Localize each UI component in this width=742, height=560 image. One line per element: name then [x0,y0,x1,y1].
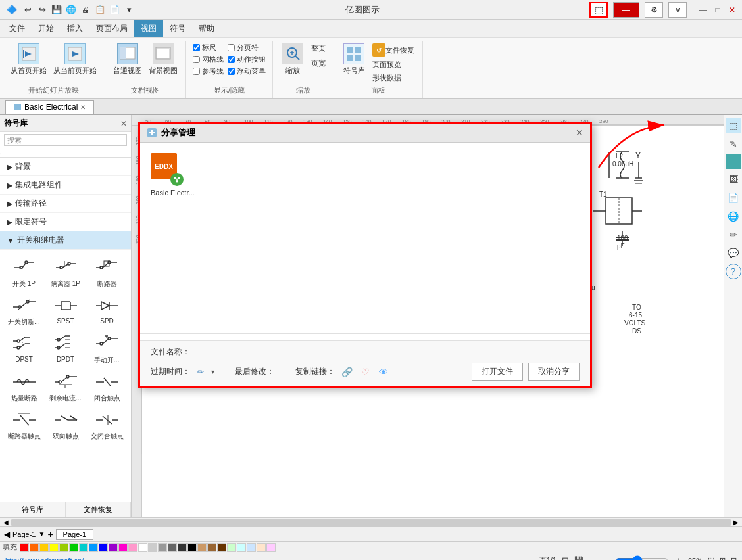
fit-icon[interactable]: ⊡ [562,555,569,560]
globe-icon[interactable]: 🌐 [64,3,78,16]
color-purple[interactable] [109,543,118,552]
page-dropdown[interactable]: ▼ [38,530,45,538]
color-black[interactable] [187,543,197,552]
symbol-isolator1p[interactable]: 隔离器 1P [45,254,86,291]
view-grid-icon[interactable]: ⊞ [720,556,726,560]
scroll-right-btn[interactable]: ▶ [731,519,741,526]
right-btn-1[interactable]: ⬚ [726,118,741,133]
btn-normal-view[interactable]: 普通视图 [111,42,145,77]
btn-bg-view[interactable]: 背景视图 [146,42,180,77]
btn-page-width[interactable]: 页宽 [309,57,328,70]
symbol-residual[interactable]: 剩余电流... [45,368,86,405]
scrollbar-thumb[interactable] [11,519,731,526]
right-btn-doc[interactable]: 📄 [726,190,741,206]
right-btn-teal[interactable] [726,154,741,169]
symbol-breaker[interactable]: 断路器 [87,254,127,291]
color-yellow[interactable] [49,543,59,552]
symbol-panel-close[interactable]: ✕ [120,119,127,128]
symbol-alt-closed[interactable]: 交闭合触点 [87,406,127,443]
cb-guides[interactable]: 参考线 [191,66,225,77]
symbol-switchcut[interactable]: 开关切断... [4,292,44,329]
close-button[interactable]: ✕ [728,5,737,14]
copy-icon[interactable]: 📋 [93,3,107,16]
btn-fit-page[interactable]: 整页 [309,42,328,55]
symbol-spd[interactable]: SPD [87,292,127,329]
menu-symbol[interactable]: 符号 [163,20,192,37]
cancel-share-button[interactable]: 取消分享 [528,363,580,381]
cb-ruler[interactable]: 标尺 [191,42,225,53]
eye-icon[interactable]: 👁 [377,365,390,379]
btn-file-recovery[interactable]: ↺ 文件恢复 [370,42,417,58]
panel-footer-recovery[interactable]: 文件恢复 [66,502,132,517]
share-button-top[interactable]: ⬚ [589,2,608,18]
color-light-blue[interactable] [247,543,256,552]
settings-button[interactable]: ⚙ [645,2,663,18]
color-light-cyan[interactable] [237,543,246,552]
color-dark-brown[interactable] [217,543,226,552]
menu-view[interactable]: 视图 [134,20,163,37]
color-brown[interactable] [207,543,216,552]
color-lime[interactable] [59,543,68,552]
status-url[interactable]: http://www.edrawsoft.cn/ [5,557,84,561]
symbol-manual[interactable]: 手动开... [87,330,127,367]
symbol-switch1p[interactable]: 开关 1P [4,254,44,291]
color-light-green[interactable] [227,543,236,552]
dialog-file-item[interactable]: EDDX Basic Electr... [151,153,203,197]
cb-float-menu[interactable]: 浮动菜单 [226,66,267,77]
menu-start[interactable]: 开始 [32,20,61,37]
color-darker-gray[interactable] [178,543,187,552]
cb-actions[interactable]: 动作按钮 [226,54,267,65]
active-page-tab[interactable]: Page-1 [56,529,93,540]
color-dark-gray[interactable] [168,543,177,552]
zoom-in-btn[interactable]: ＋ [674,555,683,561]
more-button[interactable]: ∨ [668,2,687,18]
right-btn-globe[interactable]: 🌐 [726,208,741,224]
btn-page-preview[interactable]: 页面预览 [370,58,417,71]
right-btn-edit2[interactable]: ✏ [726,227,741,243]
tab-basic-electrical[interactable]: Basic Electrical ✕ [5,100,94,114]
color-yellow-orange[interactable] [39,543,49,552]
copy-link-icon[interactable]: 🔗 [340,365,353,379]
color-green[interactable] [69,543,78,552]
btn-symbol-library[interactable]: 符号库 [339,42,368,77]
edit-expiry-icon[interactable]: ✏ [195,367,206,377]
btn-from-first-page[interactable]: 从首页开始 [8,42,49,77]
nav-prev[interactable]: ◀ [4,530,10,539]
redo-icon[interactable]: ↪ [36,3,49,16]
dialog-close-button[interactable]: ✕ [576,128,583,138]
symbol-thermal[interactable]: 热量断路 [4,368,44,405]
tree-item-limited[interactable]: ▶ 限定符号 [0,213,131,231]
symbol-dpst[interactable]: DPST [4,330,44,367]
menu-insert[interactable]: 插入 [61,20,89,37]
symbol-closed[interactable]: 闭合触点 [87,368,127,405]
new-icon[interactable]: 📄 [108,3,121,16]
menu-help[interactable]: 帮助 [192,20,221,37]
symbol-breaker-contact[interactable]: 断路器触点 [4,406,44,443]
red-dash-btn[interactable]: — [613,2,639,18]
color-peach[interactable] [257,543,266,552]
tree-item-switch[interactable]: ▼ 开关和继电器 [0,231,131,250]
tree-item-ic[interactable]: ▶ 集成电路组件 [0,176,131,195]
color-pink[interactable] [118,543,128,552]
view-more-icon[interactable]: ⊟ [731,556,737,560]
btn-shape-data[interactable]: 形状数据 [370,72,417,84]
heart-icon[interactable]: ♡ [359,365,372,379]
undo-icon[interactable]: ↩ [21,3,34,16]
zoom-out-btn[interactable]: － [601,555,610,561]
color-tan[interactable] [197,543,207,552]
btn-from-current-page[interactable]: 从当前页开始 [51,42,99,77]
color-red[interactable] [20,543,29,552]
symbol-dpdt[interactable]: DPDT [45,330,86,367]
add-page-btn[interactable]: + [47,529,53,540]
save-status-icon[interactable]: 💾 [574,556,583,560]
right-btn-help[interactable]: ? [726,264,741,279]
scroll-left-btn[interactable]: ◀ [1,519,11,526]
maximize-button[interactable]: □ [713,5,722,14]
cb-gridlines[interactable]: 网格线 [191,54,225,65]
canvas-area[interactable]: 50 60 70 80 90 100 110 120 130 140 150 1… [132,115,724,517]
color-white[interactable] [138,543,147,552]
panel-footer-symbol[interactable]: 符号库 [0,502,66,517]
menu-file[interactable]: 文件 [3,20,32,37]
cb-pagebreak[interactable]: 分页符 [226,42,267,53]
zoom-slider[interactable] [616,555,668,561]
